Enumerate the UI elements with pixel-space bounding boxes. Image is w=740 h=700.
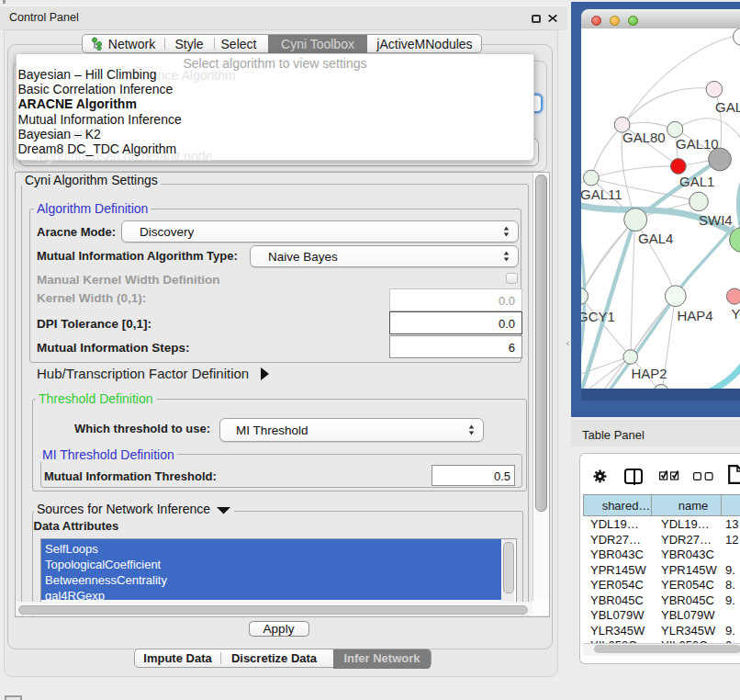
svg-text:GAL7: GAL7 — [715, 99, 740, 115]
svg-text:YM: YM — [732, 306, 740, 322]
svg-text:HAP2: HAP2 — [632, 366, 667, 381]
svg-text:GAL4: GAL4 — [638, 231, 673, 246]
svg-text:GAL1: GAL1 — [679, 174, 714, 189]
svg-text:GAL10: GAL10 — [676, 136, 719, 152]
svg-text:HAP4: HAP4 — [678, 308, 713, 323]
svg-text:SWI4: SWI4 — [699, 212, 733, 228]
svg-text:GAL11: GAL11 — [581, 186, 622, 202]
svg-text:GCY1: GCY1 — [581, 309, 615, 324]
svg-text:GAL80: GAL80 — [622, 130, 666, 145]
